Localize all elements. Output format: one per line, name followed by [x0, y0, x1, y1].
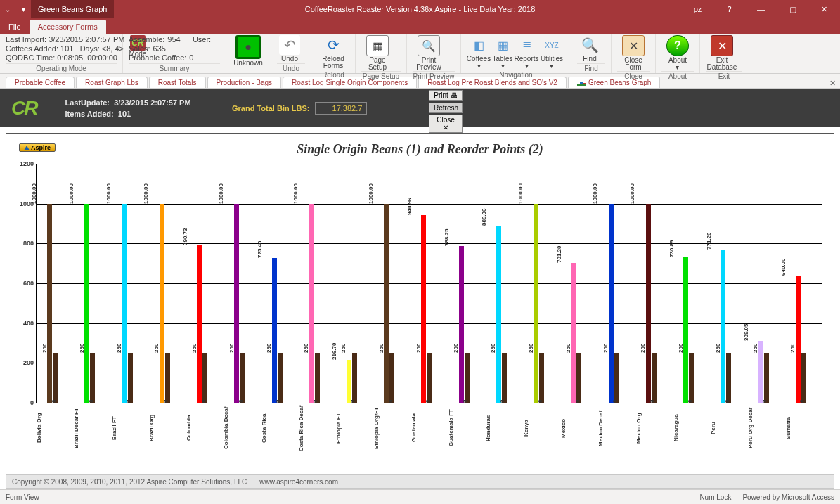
doc-tab[interactable]: Probable Coffee [6, 77, 75, 88]
file-tab[interactable]: File [0, 20, 30, 34]
grand-total-label: Grand Total Bin LBS: [232, 104, 309, 112]
ribbon-tab-accessory-forms[interactable]: Accessory Forms [30, 20, 106, 34]
bar-data-label: 0 [50, 400, 56, 403]
chart-bar: 640.00 [796, 276, 801, 403]
close-form-small-button[interactable]: Close ✕ [429, 115, 463, 133]
chart-category: 1000.002500 [299, 164, 336, 403]
bar-data-label: 216.70 [331, 342, 337, 359]
bar-data-label: 250 [715, 344, 721, 353]
group-label-undo: Undo [277, 63, 305, 73]
doc-tab[interactable]: Roast Graph Lbs [76, 77, 148, 88]
qat-icon[interactable]: ⌄ [1, 3, 14, 15]
reload-icon: ⟳ [323, 35, 344, 55]
x-tick-label: Guatamala [411, 403, 448, 455]
chart-category: 1000.002500 [224, 164, 261, 403]
probable-label: Probable Coffee: [129, 53, 186, 63]
bar-data-label: 0 [761, 400, 768, 403]
chart-bar: 725.40 [272, 258, 277, 403]
chart-bar: 250 [801, 353, 806, 403]
copyright-text: Copyright © 2008, 2009, 2010, 2011, 2012… [12, 478, 247, 486]
grand-total-value: 17,382.7 [315, 102, 367, 115]
x-tick-label: Ethiopia Org/FT [373, 403, 411, 455]
status-numlock: Num Lock [699, 493, 731, 501]
bar-data-label: 250 [378, 344, 385, 353]
nav-reports-button[interactable]: ≣Reports▾ [515, 35, 538, 70]
days-value: <8, 4> [102, 44, 124, 53]
x-tick-label: Brazil FT [111, 403, 148, 455]
chart-bar: 790.73 [197, 245, 202, 403]
refresh-button[interactable]: Refresh [429, 103, 463, 113]
chart-bar: 250 [202, 353, 207, 403]
chart-bar: 250 [315, 353, 320, 403]
exit-database-button[interactable]: ✕ Exit Database [706, 35, 738, 71]
bar-data-label: 250 [790, 344, 796, 353]
print-button[interactable]: Print 🖶 [429, 90, 463, 101]
reload-forms-button[interactable]: ⟳ Reload Forms [317, 35, 349, 70]
chart-bar: 1000.00 [234, 204, 239, 403]
chart-x-labels: Bolivia OrgBrazil Decaf FTBrazil FTBrazi… [36, 403, 822, 455]
chart-bar: 1000.00 [84, 204, 89, 403]
unknown-button[interactable]: ● Unknown [232, 35, 264, 67]
close-window-button[interactable]: ✕ [808, 0, 840, 18]
bar-data-label: 0 [686, 400, 692, 403]
bar-data-label: 771.20 [706, 232, 712, 249]
bar-data-label: 0 [612, 400, 618, 403]
bar-data-label: 250 [304, 344, 310, 353]
bar-data-label: 250 [602, 344, 609, 353]
sales-label: Sales: [129, 44, 150, 53]
chart-category: 309.052500 [747, 164, 784, 403]
reports-icon: ≣ [516, 35, 537, 55]
print-preview-icon: 🔍 [418, 35, 440, 56]
chart-category: 1000.002500 [523, 164, 560, 403]
bar-data-label: 1000.00 [367, 183, 373, 204]
undo-button[interactable]: ↶ Undo [277, 35, 302, 63]
help-button[interactable]: ? [713, 0, 745, 18]
x-tick-label: Peru [710, 403, 747, 455]
doc-tab[interactable]: Roast Totals [149, 77, 206, 88]
bar-data-label: 0 [125, 400, 131, 403]
maximize-button[interactable]: ▢ [777, 0, 808, 18]
chart-bar: 788.25 [459, 246, 464, 403]
tabstrip-close-icon[interactable]: ✕ [825, 79, 840, 88]
bar-data-label: 1000.00 [30, 183, 37, 204]
x-tick-label: Guatemala FT [448, 403, 485, 455]
chart-card: Aspire Single Origin Beans (1) and Reord… [6, 133, 834, 470]
chart-bar: 250 [165, 353, 170, 403]
about-button[interactable]: ? About▾ [661, 35, 694, 71]
assemble-value: 954 [167, 35, 180, 44]
qat-dropdown-icon[interactable]: ▾ [17, 3, 30, 15]
bar-data-label: 0 [387, 400, 393, 403]
chart-bar: 1000.00 [160, 204, 164, 403]
group-label-operating-mode: Operating Mode [6, 63, 117, 73]
bar-data-label: 1000.00 [105, 183, 112, 204]
bar-data-label: 250 [116, 344, 122, 353]
chart-bar: 1000.00 [384, 204, 389, 403]
group-label-page-setup: Page Setup [361, 71, 401, 81]
undo-icon: ↶ [279, 35, 300, 55]
find-button[interactable]: 🔍 Find [577, 35, 602, 63]
menu-bar: File Accessory Forms [0, 18, 840, 34]
nav-coffees-button[interactable]: ◧Coffees▾ [467, 35, 491, 70]
about-icon: ? [666, 35, 689, 56]
bar-data-label: 250 [415, 344, 422, 353]
y-tick-label: 1200 [14, 160, 34, 167]
find-icon: 🔍 [579, 35, 600, 55]
chart-category: 640.002500 [785, 164, 822, 403]
bar-data-label: 0 [238, 400, 244, 403]
bar-data-label: 250 [191, 344, 198, 353]
print-preview-button[interactable]: 🔍 Print Preview [413, 35, 445, 71]
doc-tab[interactable]: Production - Bags [207, 77, 282, 88]
form-header: CR LastUpdate: 3/23/2015 2:07:57 PM Item… [0, 89, 840, 127]
chart-category: 788.252500 [448, 164, 486, 403]
nav-utilities-button[interactable]: XYZUtilities▾ [540, 35, 564, 70]
items-added-label: Items Added: [65, 110, 113, 118]
chart-bar: 250 [389, 353, 394, 403]
chart-bar: 250 [465, 353, 470, 403]
items-added-value: 101 [118, 110, 131, 118]
minimize-button[interactable]: — [745, 0, 777, 18]
chart-category: 1000.002500 [149, 164, 186, 403]
close-form-button[interactable]: ✕ Close Form [617, 35, 650, 71]
page-setup-button[interactable]: ▦ Page Setup [361, 35, 394, 71]
chart-category: 1000.002500 [635, 164, 673, 403]
nav-tables-button[interactable]: ▦Tables▾ [492, 35, 513, 70]
